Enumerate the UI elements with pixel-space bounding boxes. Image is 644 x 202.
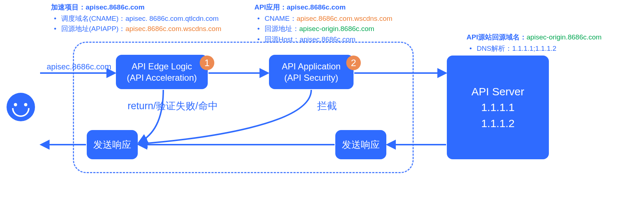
user-icon bbox=[7, 93, 35, 121]
header-left-item-cname: 调度域名(CNAME)：apisec. 8686c.com.qtlcdn.com bbox=[51, 14, 221, 24]
header-mid-item-origin: 回源地址：apisec-origin.8686c.com bbox=[254, 24, 393, 34]
step-badge-2: 2 bbox=[346, 56, 361, 70]
server-line3: 1.1.1.2 bbox=[481, 115, 515, 132]
box-api-server: API Server 1.1.1.1 1.1.1.2 bbox=[447, 56, 549, 159]
header-right-title: API源站回源域名：apisec-origin.8686c.com bbox=[467, 32, 602, 43]
box-api-edge-logic: API Edge Logic (API Acceleration) bbox=[116, 55, 208, 89]
incoming-domain-label: apisec.8686c.com bbox=[47, 62, 111, 72]
box-send-response-left: 发送响应 bbox=[87, 130, 138, 159]
caption-return-fail-hit: return/验证失败/命中 bbox=[128, 99, 218, 113]
header-left-title: 加速项目：apisec.8686c.com bbox=[51, 2, 221, 13]
header-api-application: API应用：apisec.8686c.com CNAME：apisec.8686… bbox=[254, 2, 393, 45]
header-mid-item-cname: CNAME：apisec.8686c.com.wscdns.com bbox=[254, 14, 393, 24]
server-line2: 1.1.1.1 bbox=[481, 99, 515, 115]
header-api-origin: API源站回源域名：apisec-origin.8686c.com DNS解析：… bbox=[467, 32, 602, 54]
box-edge-line1: API Edge Logic bbox=[132, 61, 192, 72]
value-cname: apisec. 8686c.com.qtlcdn.com bbox=[125, 15, 219, 22]
label-mid-cname: CNAME： bbox=[265, 15, 297, 22]
resp2-label: 发送响应 bbox=[342, 138, 380, 151]
box-send-response-right: 发送响应 bbox=[335, 130, 386, 159]
box-app-line2: (API Security) bbox=[284, 72, 338, 83]
value-mid-cname: apisec.8686c.com.wscdns.com bbox=[297, 15, 393, 22]
value-apiapp: apisec.8686c.com.wscdns.com bbox=[125, 25, 221, 33]
header-right-item-dns: DNS解析：1.1.1.1;1.1.1.2 bbox=[467, 43, 602, 54]
server-line1: API Server bbox=[471, 84, 524, 100]
label-apiapp: 回源地址(APIAPP)： bbox=[61, 25, 125, 33]
box-api-application: API Application (API Security) bbox=[269, 55, 354, 89]
value-right-title: apisec-origin.8686c.com bbox=[527, 33, 602, 41]
label-dns: DNS解析： bbox=[477, 45, 512, 52]
caption-intercept: 拦截 bbox=[317, 99, 337, 113]
step-badge-1: 1 bbox=[200, 56, 214, 70]
resp1-label: 发送响应 bbox=[93, 138, 131, 151]
label-right-title: API源站回源域名： bbox=[467, 33, 527, 41]
value-mid-origin: apisec-origin.8686c.com bbox=[299, 25, 374, 33]
value-dns: 1.1.1.1;1.1.1.2 bbox=[512, 45, 557, 52]
label-cname: 调度域名(CNAME)： bbox=[61, 15, 125, 22]
label-mid-origin: 回源地址： bbox=[265, 25, 299, 33]
header-mid-title: API应用：apisec.8686c.com bbox=[254, 2, 393, 13]
header-acceleration-project: 加速项目：apisec.8686c.com 调度域名(CNAME)：apisec… bbox=[51, 2, 221, 34]
box-app-line1: API Application bbox=[282, 61, 340, 72]
box-edge-line2: (API Acceleration) bbox=[127, 72, 197, 83]
header-left-item-apiapp: 回源地址(APIAPP)：apisec.8686c.com.wscdns.com bbox=[51, 24, 221, 34]
